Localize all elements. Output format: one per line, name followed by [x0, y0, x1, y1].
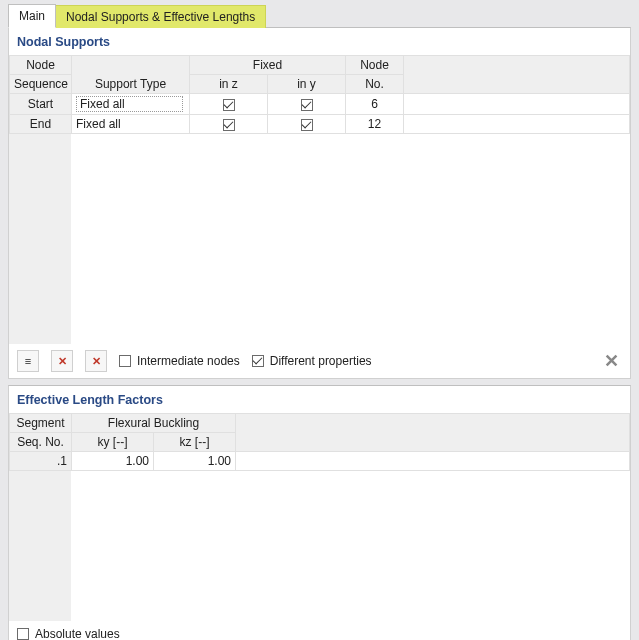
- ns-iny-cell[interactable]: [268, 115, 346, 134]
- ns-header-iny: in y: [268, 75, 346, 94]
- different-label: Different properties: [270, 354, 372, 368]
- el-header-ky: ky [--]: [72, 433, 154, 452]
- support-type-dropdown[interactable]: Fixed all: [76, 96, 183, 112]
- tab-nodal-label: Nodal Supports & Effective Lengths: [66, 10, 255, 24]
- tab-main-label: Main: [19, 9, 45, 23]
- remove-row-button[interactable]: ✕: [51, 350, 73, 372]
- ns-header-node2: No.: [346, 75, 404, 94]
- ns-seq-cell: Start: [10, 94, 72, 115]
- effective-length-table: Segment Flexural Buckling Seq. No. ky [-…: [9, 413, 630, 471]
- nodal-supports-panel: Nodal Supports Node Support Type Fixed N…: [8, 27, 631, 379]
- ns-empty-area: [9, 134, 630, 344]
- el-kz-cell[interactable]: 1.00: [154, 452, 236, 471]
- ns-header-seq1: Node: [10, 56, 72, 75]
- nodal-supports-title: Nodal Supports: [9, 28, 630, 55]
- ns-type-cell[interactable]: Fixed all: [72, 94, 190, 115]
- ns-node-cell[interactable]: 6: [346, 94, 404, 115]
- ns-header-type: Support Type: [72, 56, 190, 94]
- effective-length-title: Effective Length Factors: [9, 386, 630, 413]
- absolute-values-option[interactable]: Absolute values: [17, 627, 120, 640]
- ns-empty-cell: [404, 94, 630, 115]
- ns-header-seq2: Sequence: [10, 75, 72, 94]
- delete-icon: ✕: [58, 356, 67, 367]
- tab-main[interactable]: Main: [8, 4, 56, 28]
- tab-nodal-supports[interactable]: Nodal Supports & Effective Lengths: [55, 5, 266, 28]
- checkbox-absolute[interactable]: [17, 628, 29, 640]
- ns-empty-cell: [404, 115, 630, 134]
- el-ky-cell[interactable]: 1.00: [72, 452, 154, 471]
- checkbox-inz[interactable]: [223, 99, 235, 111]
- ns-header-fixed: Fixed: [190, 56, 346, 75]
- ns-inz-cell[interactable]: [190, 94, 268, 115]
- different-properties-option[interactable]: Different properties: [252, 354, 372, 368]
- table-row: Start Fixed all 6: [10, 94, 630, 115]
- set-input-button[interactable]: ≡: [17, 350, 39, 372]
- ns-header-rest: [404, 56, 630, 94]
- ns-type-cell[interactable]: Fixed all: [72, 115, 190, 134]
- checkbox-iny[interactable]: [301, 99, 313, 111]
- intermediate-nodes-option[interactable]: Intermediate nodes: [119, 354, 240, 368]
- el-empty-area: [9, 471, 630, 621]
- clear-button[interactable]: ✕: [600, 350, 622, 372]
- table-row: .1 1.00 1.00: [10, 452, 630, 471]
- checkbox-intermediate[interactable]: [119, 355, 131, 367]
- el-seg-cell: .1: [10, 452, 72, 471]
- table-row: End Fixed all 12: [10, 115, 630, 134]
- ns-toolbar: ≡ ✕ ✕ Intermediate nodes Different prope…: [9, 344, 630, 378]
- el-body: .1 1.00 1.00: [10, 452, 630, 471]
- ns-header-node1: Node: [346, 56, 404, 75]
- intermediate-label: Intermediate nodes: [137, 354, 240, 368]
- effective-length-panel: Effective Length Factors Segment Flexura…: [8, 385, 631, 640]
- absolute-label: Absolute values: [35, 627, 120, 640]
- delete-icon: ✕: [92, 356, 101, 367]
- ns-node-cell[interactable]: 12: [346, 115, 404, 134]
- checkbox-iny[interactable]: [301, 119, 313, 131]
- el-header-flex: Flexural Buckling: [72, 414, 236, 433]
- el-header-rest: [236, 414, 630, 452]
- remove-row2-button[interactable]: ✕: [85, 350, 107, 372]
- ns-iny-cell[interactable]: [268, 94, 346, 115]
- ns-header-inz: in z: [190, 75, 268, 94]
- el-header-seg2: Seq. No.: [10, 433, 72, 452]
- list-icon: ≡: [25, 356, 31, 367]
- checkbox-different[interactable]: [252, 355, 264, 367]
- el-header-seg1: Segment: [10, 414, 72, 433]
- ns-seq-cell: End: [10, 115, 72, 134]
- checkbox-inz[interactable]: [223, 119, 235, 131]
- el-empty-cell: [236, 452, 630, 471]
- close-icon: ✕: [604, 350, 619, 372]
- ns-body: Start Fixed all 6 End Fixed all 12: [10, 94, 630, 134]
- el-header-kz: kz [--]: [154, 433, 236, 452]
- tab-strip: Main Nodal Supports & Effective Lengths: [0, 0, 639, 28]
- ns-inz-cell[interactable]: [190, 115, 268, 134]
- nodal-supports-table: Node Support Type Fixed Node Sequence in…: [9, 55, 630, 134]
